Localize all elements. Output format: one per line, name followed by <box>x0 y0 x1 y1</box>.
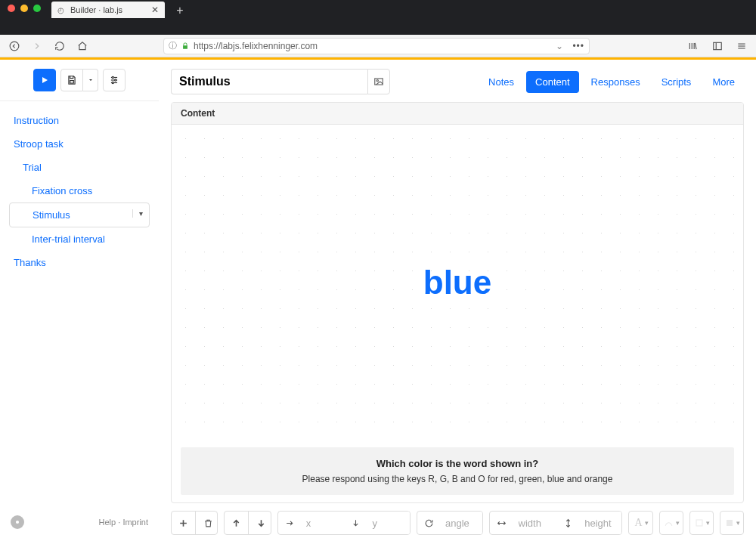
stimulus-text[interactable]: blue <box>423 264 491 301</box>
fill-button[interactable]: ▾ <box>720 512 744 534</box>
url-dropdown-icon[interactable]: ⌄ <box>556 41 563 51</box>
prompt-title: Which color is the word shown in? <box>196 458 719 469</box>
tab-responses[interactable]: Responses <box>582 71 649 93</box>
prompt-body: Please respond using the keys R, G, B an… <box>196 474 719 484</box>
tree-item-label: Trial <box>23 162 42 173</box>
tree-item-label: Inter-trial interval <box>32 233 105 245</box>
y-input[interactable] <box>366 512 410 534</box>
url-more-icon[interactable]: ••• <box>572 41 584 51</box>
svg-point-10 <box>112 76 113 78</box>
tree-item-label: Fixation cross <box>32 185 92 196</box>
border-button[interactable]: ▾ <box>690 512 714 534</box>
menu-icon[interactable] <box>732 37 751 55</box>
settings-button[interactable] <box>103 69 125 91</box>
tab-label: Scripts <box>662 76 692 88</box>
svg-point-0 <box>10 42 19 51</box>
canvas-area[interactable]: blue <box>172 125 743 440</box>
move-up-button[interactable] <box>225 512 249 534</box>
browser-tab[interactable]: ◴ Builder · lab.js ✕ <box>51 2 165 18</box>
tab-scripts[interactable]: Scripts <box>652 71 701 93</box>
footer-sep: · <box>118 518 120 527</box>
y-label-icon <box>344 512 368 534</box>
tab-content[interactable]: Content <box>526 71 579 93</box>
tab-label: Content <box>535 76 570 88</box>
tree-item-fixation-cross[interactable]: Fixation cross <box>9 179 150 202</box>
tree-item-instruction[interactable]: Instruction <box>9 109 150 132</box>
tree-item-iti[interactable]: Inter-trial interval <box>9 227 150 251</box>
nav-reload-button[interactable] <box>50 37 70 55</box>
angle-input[interactable] <box>439 512 483 534</box>
nav-back-button[interactable] <box>5 37 24 55</box>
tree-item-label: Instruction <box>14 115 59 126</box>
tree-item-stimulus[interactable]: Stimulus ▾ <box>9 202 150 227</box>
library-icon[interactable] <box>683 37 703 55</box>
panel-header: Content <box>172 103 743 125</box>
new-tab-button[interactable]: + <box>172 3 187 18</box>
logo-icon <box>11 515 24 529</box>
tree-item-label: Stimulus <box>33 209 70 221</box>
run-button[interactable] <box>33 69 56 91</box>
component-title-input[interactable] <box>171 69 367 94</box>
height-label-icon <box>556 512 581 534</box>
tree-item-thanks[interactable]: Thanks <box>9 251 150 274</box>
window-minimize[interactable] <box>20 5 28 12</box>
url-text: https://labjs.felixhenninger.com <box>194 41 318 51</box>
angle-label-icon <box>417 512 442 534</box>
svg-point-13 <box>16 521 19 524</box>
stroke-button[interactable]: ▾ <box>660 512 683 534</box>
tree-item-trial[interactable]: Trial <box>9 156 150 179</box>
tree-item-dropdown[interactable]: ▾ <box>132 209 149 218</box>
svg-point-11 <box>115 79 116 81</box>
window-maximize[interactable] <box>33 5 41 12</box>
text-style-button[interactable]: A▾ <box>629 512 652 534</box>
image-icon[interactable] <box>367 69 390 94</box>
window-close[interactable] <box>8 5 15 12</box>
nav-forward-button[interactable] <box>27 37 47 55</box>
add-button[interactable] <box>172 512 196 534</box>
tab-more[interactable]: More <box>703 71 744 93</box>
imprint-link[interactable]: Imprint <box>122 518 148 527</box>
tab-label: Responses <box>591 76 640 88</box>
svg-rect-1 <box>714 42 722 49</box>
svg-rect-14 <box>375 79 383 85</box>
x-label-icon <box>278 512 302 534</box>
width-label-icon <box>490 512 514 534</box>
move-down-button[interactable] <box>249 512 271 534</box>
tab-notes[interactable]: Notes <box>479 71 523 93</box>
tree-item-stroop-task[interactable]: Stroop task <box>9 132 150 156</box>
tab-title: Builder · lab.js <box>70 5 122 14</box>
height-input[interactable] <box>578 512 622 534</box>
tab-label: More <box>712 76 735 88</box>
svg-point-12 <box>112 82 113 83</box>
svg-point-15 <box>376 80 378 82</box>
address-bar[interactable]: ⓘ https://labjs.felixhenninger.com ⌄ ••• <box>163 38 590 54</box>
svg-rect-19 <box>727 520 733 526</box>
nav-home-button[interactable] <box>73 37 92 55</box>
tree-item-label: Thanks <box>14 257 46 268</box>
tab-label: Notes <box>488 76 514 88</box>
tab-favicon: ◴ <box>57 6 64 14</box>
delete-button[interactable] <box>196 512 218 534</box>
help-link[interactable]: Help <box>99 518 116 527</box>
svg-rect-6 <box>70 81 74 84</box>
lock-icon <box>181 42 189 50</box>
tab-close-icon[interactable]: ✕ <box>151 5 159 15</box>
instruction-box: Which color is the word shown in? Please… <box>181 447 734 495</box>
save-dropdown[interactable] <box>83 69 98 91</box>
save-button[interactable] <box>60 69 83 91</box>
x-input[interactable] <box>300 512 345 534</box>
sidebar-icon[interactable] <box>708 37 727 55</box>
width-input[interactable] <box>513 512 558 534</box>
site-info-icon[interactable]: ⓘ <box>169 40 177 51</box>
svg-rect-18 <box>696 520 702 526</box>
tree-item-label: Stroop task <box>14 138 64 150</box>
